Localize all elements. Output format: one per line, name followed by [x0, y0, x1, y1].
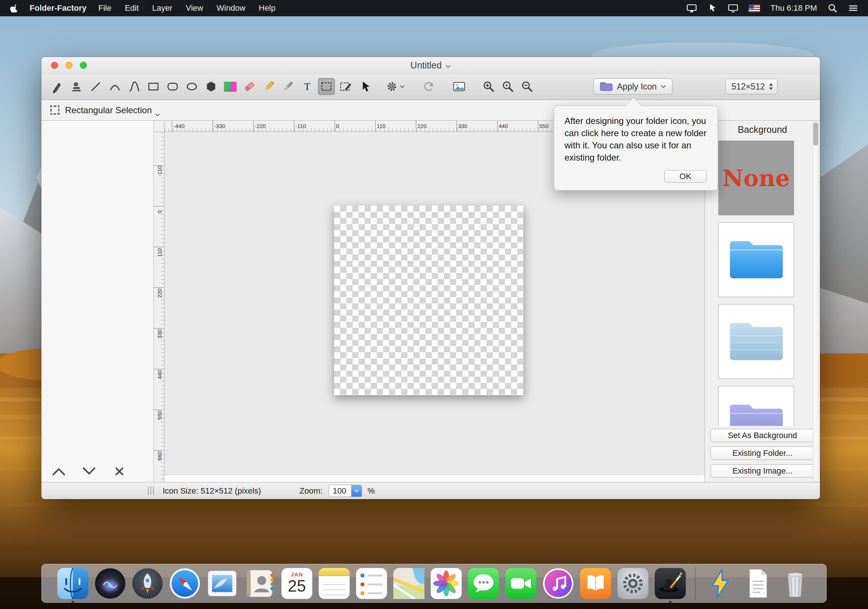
background-item-folder-purple[interactable]	[718, 386, 794, 426]
apple-menu-icon[interactable]	[9, 3, 19, 13]
transparent-canvas[interactable]	[334, 206, 524, 395]
curve-tool[interactable]	[107, 78, 124, 95]
scrollbar-thumb[interactable]	[813, 123, 818, 145]
toolbar: TApply Icon512×512	[42, 74, 820, 100]
layer-down-button[interactable]	[81, 465, 98, 478]
layers-panel	[42, 121, 154, 482]
none-label: None	[722, 165, 790, 192]
apply-icon-tooltip: After designing your folder icon, you ca…	[554, 106, 718, 191]
notification-center-icon[interactable]	[848, 3, 859, 13]
pointer-device-icon[interactable]	[707, 3, 718, 13]
dock-messages[interactable]	[468, 568, 499, 599]
dock-facetime[interactable]	[505, 568, 536, 599]
h-ruler-label: 550	[539, 123, 549, 129]
ellipse-tool[interactable]	[183, 78, 200, 95]
pane-resize-grip[interactable]	[148, 486, 154, 495]
selection-mode-dropdown[interactable]: Rectangular Selection	[65, 105, 160, 115]
spotlight-search-icon[interactable]	[827, 3, 838, 13]
dock: JAN25	[42, 564, 826, 603]
dock-safari[interactable]	[169, 568, 200, 599]
menubar-app-name[interactable]: Folder-Factory	[29, 3, 87, 13]
eraser-tool[interactable]	[241, 78, 258, 95]
dock-siri[interactable]	[95, 568, 126, 599]
v-ruler-label: 440	[157, 367, 162, 383]
dock-reminders[interactable]	[356, 568, 387, 599]
size-stepper[interactable]: 512×512	[725, 79, 777, 94]
display-icon[interactable]	[728, 3, 738, 13]
h-ruler-label: -110	[295, 123, 306, 129]
dock-trash[interactable]	[780, 568, 811, 599]
airplay-display-icon[interactable]	[687, 3, 697, 13]
redo[interactable]	[420, 78, 437, 95]
background-item-folder-light[interactable]	[718, 304, 794, 379]
input-source-flag-icon[interactable]	[749, 5, 760, 12]
dock-document[interactable]	[742, 568, 773, 599]
dock-finder[interactable]	[57, 568, 88, 599]
minimize-button[interactable]	[65, 62, 73, 69]
existing-folder-button[interactable]: Existing Folder...	[710, 447, 815, 460]
menu-file[interactable]: File	[92, 3, 118, 13]
text-tool[interactable]: T	[299, 78, 316, 95]
polygon-tool[interactable]	[203, 78, 220, 95]
dock-system-preferences[interactable]	[617, 568, 648, 599]
background-item-folder-blue[interactable]	[718, 222, 794, 297]
pointer-tool[interactable]	[356, 78, 374, 95]
canvas-horizontal-scrollbar[interactable]	[164, 475, 705, 482]
export-image[interactable]	[451, 78, 468, 95]
dock-ibooks[interactable]	[580, 568, 611, 599]
bezier-tool[interactable]	[126, 78, 143, 95]
marquee-tool[interactable]	[318, 78, 335, 95]
set-as-background-button[interactable]: Set As Background	[710, 429, 815, 442]
menu-help[interactable]: Help	[252, 3, 282, 13]
ok-button[interactable]: OK	[664, 170, 707, 183]
v-ruler-label: 660	[157, 448, 162, 465]
marquee-handles-icon	[50, 105, 60, 115]
color-swatch[interactable]	[222, 78, 239, 95]
zoom-in[interactable]	[480, 78, 497, 95]
percent-label: %	[367, 486, 375, 496]
zoom-actual[interactable]	[499, 78, 516, 95]
zoom-out[interactable]	[519, 78, 536, 95]
gear-menu[interactable]	[384, 78, 406, 95]
rectangle-tool[interactable]	[145, 78, 162, 95]
background-scrollbar[interactable]	[812, 121, 819, 482]
selection-pen-tool[interactable]	[337, 78, 354, 95]
dock-launchpad[interactable]	[132, 568, 163, 599]
window-title-dropdown[interactable]: Untitled	[410, 60, 451, 71]
layer-up-button[interactable]	[50, 465, 67, 478]
dock-mail[interactable]	[207, 568, 238, 599]
zoom-select[interactable]: 100	[329, 485, 362, 497]
zoom-value: 100	[329, 486, 351, 496]
dock-calendar[interactable]: JAN25	[281, 568, 312, 599]
knife-tool[interactable]	[279, 78, 296, 95]
vertical-ruler: -1100110220330440550660	[154, 121, 164, 482]
chevron-down-icon	[155, 109, 160, 112]
close-button[interactable]	[51, 62, 58, 69]
menubar-clock[interactable]: Thu 6:18 PM	[770, 3, 817, 13]
rounded-rectangle-tool[interactable]	[164, 78, 181, 95]
menubar-menus: FileEditLayerViewWindowHelp	[92, 3, 282, 13]
apply-icon-button[interactable]: Apply Icon	[593, 78, 673, 95]
chevron-down-icon	[445, 60, 451, 71]
menu-window[interactable]: Window	[210, 3, 252, 13]
dock-photos[interactable]	[431, 568, 462, 599]
existing-image-button[interactable]: Existing Image...	[710, 465, 815, 478]
dock-notes[interactable]	[319, 568, 350, 599]
layer-delete-button[interactable]	[111, 465, 128, 478]
menu-view[interactable]: View	[179, 3, 209, 13]
menu-layer[interactable]: Layer	[145, 3, 179, 13]
pen-tool[interactable]	[49, 78, 66, 95]
dock-contacts[interactable]	[244, 568, 275, 599]
background-item-none[interactable]: None	[718, 141, 794, 215]
dock-folder-factory[interactable]	[655, 568, 686, 599]
line-tool[interactable]	[87, 78, 104, 95]
selection-mode-label: Rectangular Selection	[65, 105, 152, 115]
stamp-tool[interactable]	[68, 78, 85, 95]
pencil-tool[interactable]	[260, 78, 277, 95]
background-panel-title: Background	[705, 121, 820, 138]
dock-maps[interactable]	[393, 568, 425, 599]
dock-itunes[interactable]	[542, 568, 574, 599]
zoom-button[interactable]	[80, 62, 87, 69]
dock-lightning-app[interactable]	[705, 568, 736, 599]
menu-edit[interactable]: Edit	[118, 3, 145, 13]
